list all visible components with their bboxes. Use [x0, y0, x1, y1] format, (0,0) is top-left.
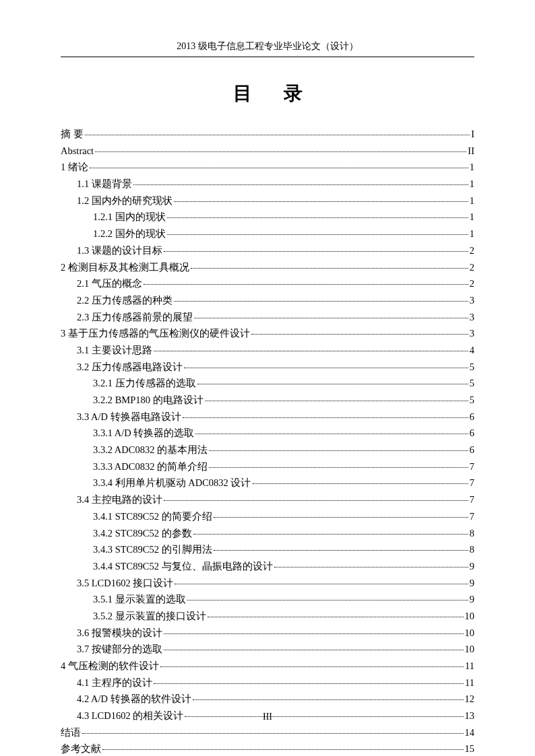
toc-entry: 3.5.1 显示装置的选取9: [61, 592, 474, 607]
toc-entry: 1 绪论1: [61, 160, 474, 175]
toc-entry: 2.2 压力传感器的种类3: [61, 293, 474, 308]
toc-page-number: 10: [465, 625, 475, 641]
toc-label: 参考文献: [61, 741, 101, 756]
toc-page-number: 3: [470, 326, 474, 341]
toc-leader-dots: [205, 401, 468, 401]
toc-entry: 3.4.2 STC89C52 的参数8: [61, 526, 474, 541]
toc-entry: 3.4.4 STC89C52 与复位、晶振电路的设计9: [61, 559, 474, 574]
toc-label: 3.4.2 STC89C52 的参数: [93, 526, 192, 541]
toc-label: 1.1 课题背景: [77, 176, 132, 192]
toc-label: 结语: [61, 725, 81, 741]
toc-page-number: 6: [470, 425, 474, 441]
toc-leader-dots: [167, 217, 468, 218]
toc-leader-dots: [175, 584, 468, 584]
toc-leader-dots: [191, 268, 468, 269]
toc-leader-dots: [85, 135, 470, 135]
toc-leader-dots: [164, 650, 464, 650]
toc-page-number: 6: [470, 442, 474, 458]
toc-title: 目 录: [61, 81, 474, 106]
toc-page-number: 3: [470, 293, 474, 308]
toc-label: 3.3.4 利用单片机驱动 ADC0832 设计: [93, 475, 251, 491]
toc-entry: 3.3.4 利用单片机驱动 ADC0832 设计7: [61, 475, 474, 491]
toc-entry: 3.7 按键部分的选取10: [61, 642, 474, 657]
toc-label: 2.3 压力传感器前景的展望: [77, 310, 193, 325]
toc-page-number: 1: [470, 226, 474, 242]
toc-page-number: 1: [470, 176, 474, 192]
toc-label: 3.7 按键部分的选取: [77, 642, 162, 657]
toc-label: 3.4.1 STC89C52 的简要介绍: [93, 509, 212, 524]
toc-entry: 3.3 A/D 转换器电路设计6: [61, 409, 474, 425]
toc-leader-dots: [194, 318, 468, 318]
toc-entry: 3.2.1 压力传感器的选取5: [61, 376, 474, 391]
toc-entry: 3.4.1 STC89C52 的简要介绍7: [61, 509, 474, 524]
toc-page-number: I: [471, 127, 474, 142]
toc-leader-dots: [174, 301, 468, 302]
toc-label: 3.4 主控电路的设计: [77, 492, 162, 508]
toc-leader-dots: [214, 517, 468, 518]
toc-label: 1 绪论: [61, 160, 88, 175]
toc-page-number: 8: [470, 526, 474, 541]
toc-label: 4.2 A/D 转换器的软件设计: [77, 691, 191, 707]
toc-page-number: 8: [470, 542, 474, 557]
toc-leader-dots: [164, 633, 464, 634]
toc-leader-dots: [144, 284, 468, 285]
toc-page-number: 2: [470, 276, 474, 291]
toc-page-number: 7: [470, 459, 474, 475]
toc-label: 1.2.1 国内的现状: [93, 209, 166, 225]
toc-page-number: 1: [470, 209, 474, 225]
toc-page-number: 12: [465, 691, 475, 707]
toc-page-number: 1: [470, 193, 474, 209]
toc-label: 2.2 压力传感器的种类: [77, 293, 172, 308]
toc-entry: 1.2 国内外的研究现状1: [61, 193, 474, 209]
toc-entry: 3.5.2 显示装置的接口设计10: [61, 609, 474, 624]
toc-leader-dots: [174, 201, 468, 202]
page-number: III: [0, 712, 535, 722]
toc-page-number: 15: [465, 741, 475, 756]
toc-page-number: 7: [470, 492, 474, 508]
toc-page-number: 6: [470, 409, 474, 425]
toc-page-number: 11: [465, 658, 474, 674]
toc-entry: 3.4 主控电路的设计7: [61, 492, 474, 508]
header-text: 2013 级电子信息工程专业毕业论文（设计）: [177, 41, 358, 51]
toc-entry: 3.5 LCD1602 接口设计9: [61, 576, 474, 591]
toc-label: 3.5 LCD1602 接口设计: [77, 576, 173, 591]
toc-entry: 4.1 主程序的设计11: [61, 675, 474, 691]
toc-leader-dots: [195, 434, 468, 434]
toc-container: 摘 要IAbstractII1 绪论11.1 课题背景11.2 国内外的研究现状…: [61, 127, 474, 756]
toc-label: 1.3 课题的设计目标: [77, 243, 162, 259]
toc-leader-dots: [197, 384, 468, 384]
toc-leader-dots: [102, 749, 464, 750]
toc-page-number: 10: [465, 609, 475, 624]
toc-page-number: 4: [470, 343, 474, 358]
toc-label: 3 基于压力传感器的气压检测仪的硬件设计: [61, 326, 250, 341]
toc-label: Abstract: [61, 143, 94, 159]
toc-label: 1.2 国内外的研究现状: [77, 193, 172, 209]
toc-label: 4.1 主程序的设计: [77, 675, 152, 691]
toc-leader-dots: [184, 368, 468, 368]
toc-leader-dots: [208, 617, 464, 617]
toc-entry: 3.3.1 A/D 转换器的选取6: [61, 425, 474, 441]
toc-leader-dots: [187, 600, 468, 600]
toc-entry: 3.6 报警模块的设计10: [61, 625, 474, 641]
toc-page-number: 10: [465, 642, 475, 657]
toc-leader-dots: [90, 168, 468, 168]
toc-leader-dots: [183, 417, 468, 418]
toc-page-number: II: [468, 143, 474, 159]
toc-leader-dots: [154, 351, 468, 351]
toc-leader-dots: [95, 151, 466, 152]
toc-page-number: 1: [470, 160, 474, 175]
toc-page-number: 3: [470, 310, 474, 325]
toc-page-number: 5: [470, 376, 474, 391]
toc-label: 3.3 A/D 转换器电路设计: [77, 409, 181, 425]
toc-page-number: 2: [470, 260, 474, 275]
toc-leader-dots: [274, 567, 468, 568]
toc-entry: 1.2.2 国外的现状1: [61, 226, 474, 242]
toc-label: 3.5.2 显示装置的接口设计: [93, 609, 206, 624]
toc-leader-dots: [164, 251, 468, 252]
toc-entry: 1.3 课题的设计目标2: [61, 243, 474, 259]
toc-page-number: 11: [465, 675, 474, 691]
toc-entry: 3.2.2 BMP180 的电路设计5: [61, 392, 474, 408]
toc-entry: 参考文献15: [61, 741, 474, 756]
toc-label: 3.5.1 显示装置的选取: [93, 592, 186, 607]
toc-entry: 1.1 课题背景1: [61, 176, 474, 192]
